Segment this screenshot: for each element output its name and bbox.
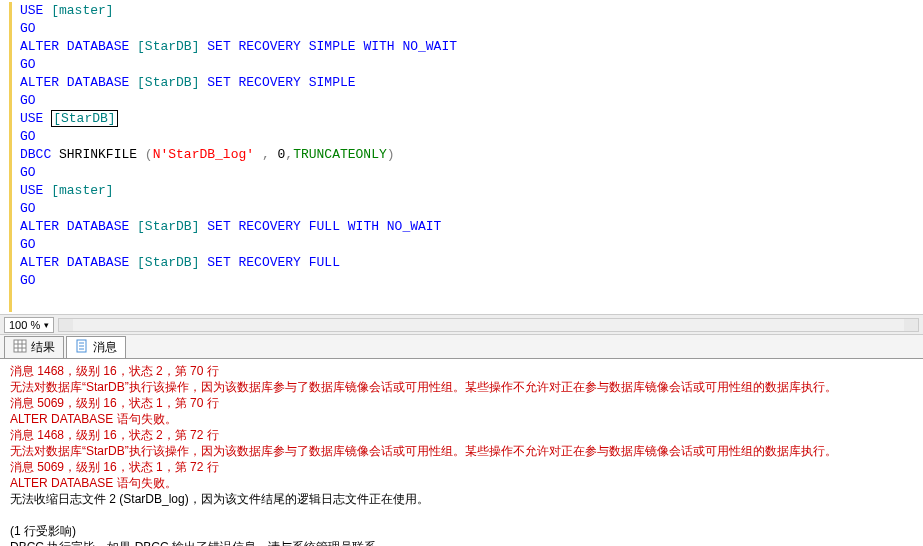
code-line[interactable]: USE [master] xyxy=(20,2,923,20)
messages-pane[interactable]: 消息 1468，级别 16，状态 2，第 70 行无法对数据库“StarDB”执… xyxy=(0,359,923,546)
code-line[interactable]: DBCC SHRINKFILE (N'StarDB_log' , 0,TRUNC… xyxy=(20,146,923,164)
code-token: ) xyxy=(387,147,395,162)
tab-messages[interactable]: 消息 xyxy=(66,336,126,358)
code-token: RECOVERY xyxy=(239,75,301,90)
tab-messages-label: 消息 xyxy=(93,339,117,356)
code-token: DATABASE xyxy=(67,75,129,90)
document-icon xyxy=(75,339,89,356)
message-line: 消息 1468，级别 16，状态 2，第 70 行 xyxy=(10,363,913,379)
message-line: 消息 5069，级别 16，状态 1，第 70 行 xyxy=(10,395,913,411)
code-line[interactable]: ALTER DATABASE [StarDB] SET RECOVERY SIM… xyxy=(20,38,923,56)
sql-editor-pane: USE [master]GOALTER DATABASE [StarDB] SE… xyxy=(0,0,923,335)
code-token xyxy=(129,75,137,90)
message-line: 无法对数据库“StarDB”执行该操作，因为该数据库参与了数据库镜像会话或可用性… xyxy=(10,443,913,459)
code-line[interactable]: GO xyxy=(20,20,923,38)
tab-results[interactable]: 结果 xyxy=(4,336,64,358)
code-token: NO_WAIT xyxy=(387,219,442,234)
code-token: [StarDB] xyxy=(137,39,199,54)
code-line[interactable]: GO xyxy=(20,128,923,146)
code-token: GO xyxy=(20,93,36,108)
zoom-value: 100 % xyxy=(9,319,40,331)
code-line[interactable]: ALTER DATABASE [StarDB] SET RECOVERY FUL… xyxy=(20,218,923,236)
code-token: GO xyxy=(20,21,36,36)
code-token: USE xyxy=(20,183,43,198)
code-token: SHRINKFILE xyxy=(51,147,145,162)
sql-code-area[interactable]: USE [master]GOALTER DATABASE [StarDB] SE… xyxy=(14,2,923,312)
code-line[interactable]: GO xyxy=(20,92,923,110)
message-line: (1 行受影响) xyxy=(10,523,913,539)
code-token: ALTER xyxy=(20,75,59,90)
code-line[interactable]: USE [StarDB] xyxy=(20,110,923,128)
code-token: [master] xyxy=(51,3,113,18)
code-token: FULL xyxy=(309,219,340,234)
message-line: 无法对数据库“StarDB”执行该操作，因为该数据库参与了数据库镜像会话或可用性… xyxy=(10,379,913,395)
code-token: GO xyxy=(20,129,36,144)
zoom-dropdown[interactable]: 100 % ▾ xyxy=(4,317,54,333)
code-token: DATABASE xyxy=(67,219,129,234)
code-line[interactable]: ALTER DATABASE [StarDB] SET RECOVERY FUL… xyxy=(20,254,923,272)
code-token: [StarDB] xyxy=(137,255,199,270)
code-token: SIMPLE xyxy=(309,75,356,90)
code-token: WITH xyxy=(363,39,394,54)
code-token xyxy=(254,147,262,162)
code-token xyxy=(301,75,309,90)
message-line: 无法收缩日志文件 2 (StarDB_log)，因为该文件结尾的逻辑日志文件正在… xyxy=(10,491,913,507)
code-token: USE xyxy=(20,111,43,126)
sql-editor-scroll[interactable]: USE [master]GOALTER DATABASE [StarDB] SE… xyxy=(0,0,923,314)
code-line[interactable]: GO xyxy=(20,200,923,218)
code-token: , xyxy=(262,147,270,162)
code-token: SET xyxy=(207,255,230,270)
code-token: [master] xyxy=(51,183,113,198)
message-line: 消息 5069，级别 16，状态 1，第 72 行 xyxy=(10,459,913,475)
code-token xyxy=(59,75,67,90)
code-line[interactable]: GO xyxy=(20,236,923,254)
code-token: GO xyxy=(20,165,36,180)
code-token: SET xyxy=(207,39,230,54)
code-line[interactable]: USE [master] xyxy=(20,182,923,200)
code-token xyxy=(231,39,239,54)
code-token xyxy=(129,39,137,54)
horizontal-scrollbar[interactable] xyxy=(58,318,919,332)
code-token xyxy=(379,219,387,234)
code-token xyxy=(129,255,137,270)
code-line[interactable]: GO xyxy=(20,164,923,182)
code-token: ALTER xyxy=(20,219,59,234)
code-token: GO xyxy=(20,201,36,216)
code-token: [StarDB] xyxy=(51,110,117,127)
editor-status-bar: 100 % ▾ xyxy=(0,314,923,334)
code-line[interactable]: ALTER DATABASE [StarDB] SET RECOVERY SIM… xyxy=(20,74,923,92)
message-line: ALTER DATABASE 语句失败。 xyxy=(10,475,913,491)
message-line: ALTER DATABASE 语句失败。 xyxy=(10,411,913,427)
code-token: WITH xyxy=(348,219,379,234)
code-token: [StarDB] xyxy=(137,219,199,234)
code-line[interactable]: GO xyxy=(20,272,923,290)
code-token xyxy=(340,219,348,234)
code-token: SIMPLE xyxy=(309,39,356,54)
chevron-down-icon: ▾ xyxy=(44,320,49,330)
code-token: SET xyxy=(207,219,230,234)
code-token: RECOVERY xyxy=(239,39,301,54)
editor-gutter xyxy=(0,2,14,312)
results-tab-bar: 结果 消息 xyxy=(0,335,923,359)
message-line: 消息 1468，级别 16，状态 2，第 72 行 xyxy=(10,427,913,443)
code-token: USE xyxy=(20,3,43,18)
code-token: ( xyxy=(145,147,153,162)
code-token: ALTER xyxy=(20,255,59,270)
code-token: RECOVERY xyxy=(239,255,301,270)
code-token xyxy=(59,219,67,234)
code-token: GO xyxy=(20,237,36,252)
code-line[interactable]: GO xyxy=(20,56,923,74)
code-token: GO xyxy=(20,57,36,72)
code-token: TRUNCATEONLY xyxy=(293,147,387,162)
code-token: GO xyxy=(20,273,36,288)
execution-marker-bar xyxy=(9,2,12,312)
code-token: RECOVERY xyxy=(239,219,301,234)
code-token: SET xyxy=(207,75,230,90)
code-token: NO_WAIT xyxy=(402,39,457,54)
code-token: DATABASE xyxy=(67,255,129,270)
code-token: [StarDB] xyxy=(137,75,199,90)
code-token: ALTER xyxy=(20,39,59,54)
code-token: 0 xyxy=(270,147,286,162)
code-token: N'StarDB_log' xyxy=(153,147,254,162)
tab-results-label: 结果 xyxy=(31,339,55,356)
